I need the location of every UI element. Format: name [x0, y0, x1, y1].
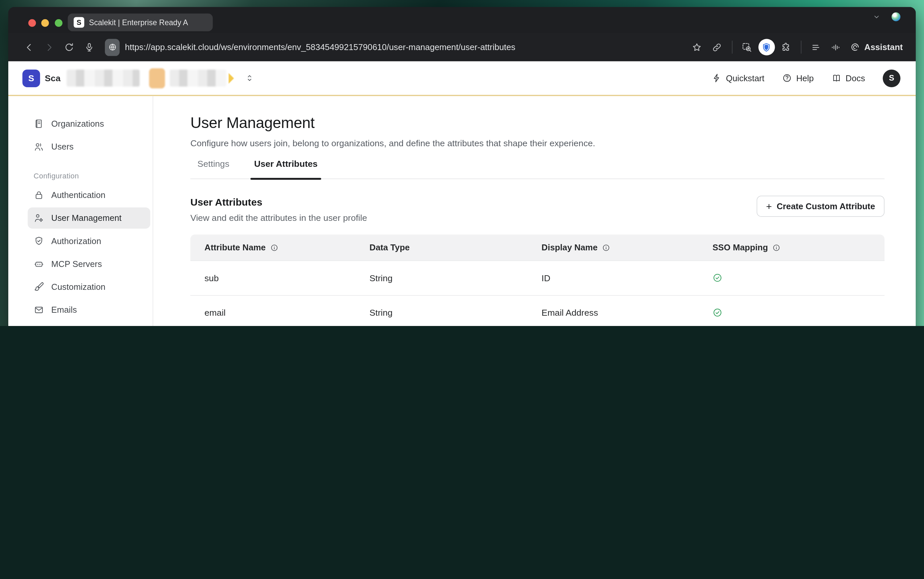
sidebar-item-organizations[interactable]: Organizations [28, 113, 150, 134]
sidebar-item-customization[interactable]: Customization [28, 276, 150, 298]
quickstart-label: Quickstart [726, 73, 764, 83]
column-display-name: Display Name [541, 243, 712, 252]
sidebar-item-authentication[interactable]: Authentication [28, 184, 150, 206]
workspace-logo: S [23, 69, 40, 87]
users-icon [33, 141, 44, 152]
toolbar-divider [801, 41, 801, 54]
sso-mapped-check-icon [712, 307, 722, 317]
column-data-type: Data Type [370, 243, 541, 252]
attributes-table: Attribute Name Data Type Display Name SS… [190, 234, 885, 326]
redacted-workspace-name [66, 70, 139, 87]
sidebar-item-label: Authentication [51, 190, 105, 200]
sidebar-item-label: Customization [51, 282, 105, 291]
docs-button[interactable]: Docs [831, 73, 865, 83]
forward-button[interactable] [40, 38, 58, 56]
password-manager-extension-icon[interactable] [758, 39, 775, 56]
sidebar-item-user-management[interactable]: User Management [28, 207, 150, 229]
workspace-name: Sca [45, 73, 61, 83]
browser-toolbar: https://app.scalekit.cloud/ws/environmen… [8, 33, 916, 61]
data-type-cell: String [370, 273, 541, 283]
tab-title: Scalekit | Enterprise Ready A [89, 18, 188, 27]
reader-list-icon[interactable] [807, 38, 825, 56]
redacted-badge-corner [229, 73, 234, 83]
lightning-icon [712, 73, 722, 83]
assistant-button[interactable]: Assistant [850, 42, 903, 52]
page-tabs: Settings User Attributes [190, 159, 885, 179]
create-button-label: Create Custom Attribute [777, 202, 875, 211]
microphone-icon[interactable] [80, 38, 98, 56]
scalekit-favicon: S [74, 17, 84, 28]
extensions-puzzle-icon[interactable] [777, 38, 795, 56]
profile-sphere-icon[interactable] [891, 12, 901, 21]
sidebar-item-emails[interactable]: Emails [28, 299, 150, 321]
sso-mapped-check-icon [712, 273, 722, 283]
waveform-icon[interactable] [827, 38, 845, 56]
url-text: https://app.scalekit.cloud/ws/environmen… [125, 43, 515, 52]
attribute-name-cell: email [204, 307, 370, 317]
redacted-environment-name [170, 70, 226, 87]
page-subtitle: Configure how users join, belong to orga… [190, 137, 885, 149]
column-attribute-name: Attribute Name [204, 243, 370, 252]
browser-tab-strip: S Scalekit | Enterprise Ready A [8, 7, 916, 33]
book-icon [831, 73, 841, 83]
shield-check-icon [33, 236, 44, 246]
tab-title-fade [196, 14, 213, 31]
close-window-button[interactable] [28, 19, 36, 27]
data-type-cell: String [370, 307, 541, 317]
sidebar-item-label: Emails [51, 305, 77, 314]
chevron-down-icon[interactable] [872, 12, 881, 21]
table-row: sub String ID [190, 261, 885, 296]
sidebar-item-label: Organizations [51, 119, 104, 128]
sidebar-item-users[interactable]: Users [28, 136, 150, 157]
sidebar: Organizations Users Configuration Authen… [8, 96, 153, 326]
address-bar[interactable]: https://app.scalekit.cloud/ws/environmen… [105, 38, 680, 56]
sidebar-item-label: User Management [51, 213, 122, 222]
bookmark-star-icon[interactable] [688, 38, 706, 56]
help-button[interactable]: Help [782, 73, 814, 83]
redacted-environment-badge [149, 68, 165, 88]
user-gear-icon [33, 213, 44, 223]
selection-zoom-icon[interactable] [738, 38, 756, 56]
sidebar-item-label: Authorization [51, 236, 101, 245]
scalekit-app: S Sca Quickstart Help [8, 61, 916, 326]
display-name-cell: Email Address [541, 307, 712, 317]
tab-settings[interactable]: Settings [190, 159, 237, 178]
table-row: email String Email Address [190, 296, 885, 326]
back-button[interactable] [20, 38, 38, 56]
envelope-icon [33, 305, 44, 316]
desktop: S Scalekit | Enterprise Ready A https://… [0, 0, 924, 326]
tab-user-attributes[interactable]: User Attributes [247, 159, 325, 178]
help-label: Help [796, 73, 814, 83]
workspace-switcher[interactable]: S Sca [23, 68, 255, 88]
browser-window: S Scalekit | Enterprise Ready A https://… [8, 7, 916, 326]
browser-tab[interactable]: S Scalekit | Enterprise Ready A [68, 14, 213, 31]
info-icon[interactable] [270, 243, 279, 252]
sidebar-section-configuration: Configuration [33, 172, 150, 180]
app-header: S Sca Quickstart Help [8, 61, 916, 96]
sidebar-item-authorization[interactable]: Authorization [28, 231, 150, 252]
user-avatar[interactable]: S [883, 69, 901, 87]
chevron-up-down-icon [244, 73, 254, 83]
help-circle-icon [782, 73, 792, 83]
toolbar-divider [732, 41, 732, 54]
globe-icon [105, 38, 119, 56]
copy-link-icon[interactable] [708, 38, 726, 56]
quickstart-button[interactable]: Quickstart [712, 73, 764, 83]
zoom-window-button[interactable] [55, 19, 62, 27]
robot-icon [33, 258, 44, 269]
organizations-icon [33, 118, 44, 129]
info-icon[interactable] [602, 243, 611, 252]
section-header: User Attributes View and edit the attrib… [190, 197, 885, 222]
reload-button[interactable] [60, 38, 78, 56]
minimize-window-button[interactable] [41, 19, 49, 27]
table-header-row: Attribute Name Data Type Display Name SS… [190, 234, 885, 261]
sidebar-item-mcp-servers[interactable]: MCP Servers [28, 254, 150, 275]
assistant-label: Assistant [864, 43, 903, 52]
plus-icon: + [766, 201, 772, 211]
sidebar-item-label: Users [51, 142, 74, 151]
lock-icon [33, 190, 44, 200]
create-custom-attribute-button[interactable]: + Create Custom Attribute [757, 196, 885, 217]
attribute-name-cell: sub [204, 273, 370, 283]
column-sso-mapping: SSO Mapping [712, 243, 849, 252]
info-icon[interactable] [772, 243, 781, 252]
